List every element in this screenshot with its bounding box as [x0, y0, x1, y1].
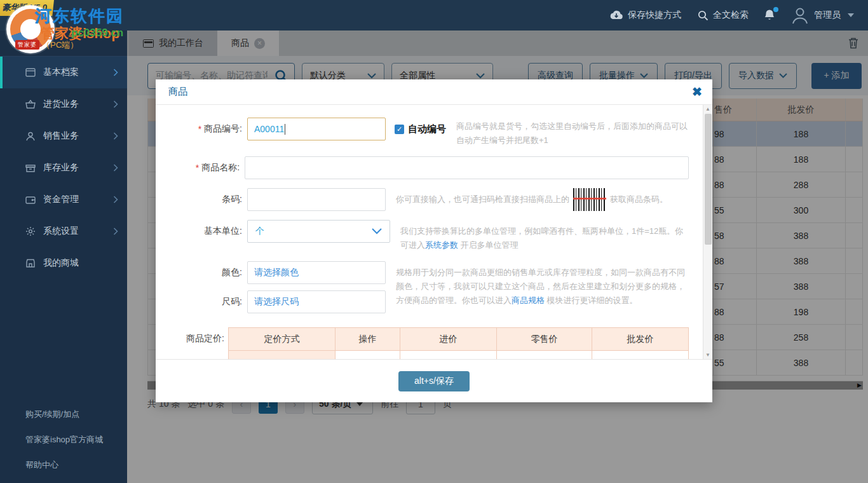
watermark-site-domain: pc0359.cn	[71, 27, 123, 39]
sidebar: 基本档案 进货业务 销售业务 库存业务 资金管理	[0, 31, 127, 483]
chevron-right-icon	[113, 228, 118, 235]
watermark-site-name: 河东软件园	[35, 5, 124, 27]
sidebar-item-settings[interactable]: 系统设置	[0, 215, 127, 247]
sidebar-item-label: 销售业务	[43, 130, 79, 142]
modal-title: 商品	[168, 86, 187, 98]
modal-footer: alt+s/保存	[156, 359, 712, 402]
person-icon	[25, 132, 36, 141]
size-row: 尺码: 请选择尺码	[170, 290, 386, 313]
unit-hint-after: 开启多单位管理	[458, 240, 519, 250]
barcode-image	[573, 188, 606, 211]
base-unit-label: 基本单位:	[204, 226, 242, 237]
pricing-header-row: 定价方式 操作 进价 零售价 批发价	[229, 328, 689, 351]
help-center-link[interactable]: 帮助中心	[0, 452, 127, 478]
global-search-label: 全文检索	[713, 10, 749, 21]
system-params-link[interactable]: 系统参数	[425, 240, 458, 250]
official-mall-link[interactable]: 管家婆ishop官方商城	[0, 427, 127, 452]
sidebar-item-label: 基本档案	[43, 67, 79, 78]
barcode-hint: 你可直接输入，也可通扫码枪直接扫描商品上的 获取商品条码。	[396, 188, 689, 211]
checkbox-checked-icon: ✓	[395, 125, 404, 134]
sidebar-item-label: 库存业务	[43, 162, 79, 173]
user-avatar-icon	[790, 6, 810, 25]
barcode-hint-after: 获取商品条码。	[610, 193, 668, 207]
sidebar-menu: 基本档案 进货业务 销售业务 库存业务 资金管理	[0, 56, 127, 279]
sidebar-item-basic-archives[interactable]: 基本档案	[0, 57, 127, 88]
app-platform: （PC端）	[42, 39, 78, 51]
sidebar-item-purchase[interactable]: 进货业务	[0, 88, 127, 120]
search-icon	[698, 10, 709, 21]
modal-scrollbar[interactable]: ▲ ▼	[703, 105, 712, 359]
storefront-icon	[25, 259, 36, 268]
save-shortcut-button[interactable]: 保存快捷方式	[604, 10, 686, 21]
product-name-row: *商品名称:	[170, 156, 689, 179]
pricing-row: 商品定价: 定价方式 操作 进价 零售价 批发价 统一定价 0 0	[170, 327, 689, 359]
required-asterisk: *	[196, 163, 199, 173]
product-code-value: A00011	[254, 124, 284, 134]
archive-card-icon	[25, 68, 36, 77]
header-actions: 保存快捷方式 全文检索 管理员	[604, 0, 859, 31]
auto-number-checkbox[interactable]: ✓ 自动编号	[395, 123, 446, 135]
product-code-input[interactable]: A00011	[247, 118, 386, 140]
spec-hint: 规格用于划分同一款商品更细的销售单元或库存管理粒度，如同一款商品有不同颜色，尺寸…	[396, 266, 689, 308]
wholesale-price-cell[interactable]: 0	[592, 351, 689, 360]
base-unit-hint: 我们支持带换算比的多单位管理，例如啤酒有件、瓶两种单位，1件=12瓶。你可进入系…	[400, 224, 689, 252]
color-picker[interactable]: 请选择颜色	[247, 261, 386, 284]
color-label: 颜色:	[222, 267, 242, 278]
modal-body: *商品编号: A00011 ✓ 自动编号 商品编号就是货号，勾选这里自动编号后，…	[156, 105, 712, 359]
spec-fields: 颜色: 请选择颜色 尺码: 请选择尺码	[170, 261, 386, 320]
product-name-input[interactable]	[245, 156, 689, 179]
purchase-price-cell[interactable]: 0	[400, 351, 497, 360]
retail-price-cell[interactable]: 0	[497, 351, 592, 360]
pricing-col-wholesale: 批发价	[592, 328, 689, 351]
color-placeholder: 请选择颜色	[254, 267, 299, 278]
product-code-label: 商品编号:	[204, 123, 242, 135]
sidebar-item-inventory[interactable]: 库存业务	[0, 152, 127, 184]
chevron-right-icon	[113, 132, 118, 140]
cloud-download-icon	[609, 10, 623, 20]
username-label: 管理员	[814, 10, 841, 21]
close-icon[interactable]: ✖	[692, 85, 702, 99]
product-code-row: *商品编号: A00011 ✓ 自动编号 商品编号就是货号，勾选这里自动编号后，…	[170, 118, 689, 147]
modal-header: 商品 ✖	[156, 79, 712, 105]
sidebar-item-funds[interactable]: 资金管理	[0, 184, 127, 215]
pricing-action-cell	[336, 351, 400, 360]
size-label: 尺码:	[222, 296, 242, 308]
chevron-right-icon	[113, 69, 118, 76]
app-window: 我的工作台 商品 × 默认分类 全部属性	[0, 0, 868, 483]
buy-renew-link[interactable]: 购买/续期/加点	[0, 402, 127, 427]
global-search-button[interactable]: 全文检索	[693, 10, 754, 21]
product-modal: 商品 ✖ *商品编号: A00011 ✓ 自动编号 商品编号就是货号，勾选这里自…	[156, 79, 712, 402]
box-icon	[25, 163, 36, 172]
notification-dot	[773, 7, 778, 12]
barcode-input[interactable]	[247, 188, 386, 211]
pricing-table: 定价方式 操作 进价 零售价 批发价 统一定价 0 0 0	[228, 327, 689, 359]
pricing-col-method: 定价方式	[229, 328, 336, 351]
sidebar-item-sales[interactable]: 销售业务	[0, 120, 127, 152]
chevron-down-icon	[372, 228, 382, 235]
sidebar-footer: 购买/续期/加点 管家婆ishop官方商城 帮助中心	[0, 402, 127, 478]
pricing-method-cell: 统一定价	[229, 351, 336, 360]
sidebar-item-label: 资金管理	[43, 194, 79, 205]
wallet-icon	[25, 196, 36, 204]
user-menu[interactable]: 管理员	[785, 6, 859, 25]
notifications-button[interactable]	[760, 9, 779, 22]
basket-icon	[25, 100, 36, 109]
spec-hint-after: 模块进行更详细的设置。	[545, 296, 638, 305]
pricing-col-retail: 零售价	[497, 328, 592, 351]
scroll-up-arrow-icon[interactable]: ▲	[705, 106, 710, 112]
chevron-right-icon	[113, 100, 118, 108]
scrollbar-thumb[interactable]	[705, 114, 712, 245]
save-button[interactable]: alt+s/保存	[398, 371, 470, 391]
pricing-col-action: 操作	[336, 328, 400, 351]
caret-down-icon	[848, 13, 854, 17]
product-spec-link[interactable]: 商品规格	[512, 296, 545, 305]
scroll-down-arrow-icon[interactable]: ▼	[705, 352, 710, 358]
base-unit-select[interactable]: 个	[247, 220, 390, 243]
top-header: 保存快捷方式 全文检索 管理员	[0, 0, 868, 31]
product-name-label: 商品名称:	[201, 162, 240, 173]
sidebar-item-my-mall[interactable]: 我的商城	[0, 247, 127, 279]
barcode-label: 条码:	[222, 194, 242, 205]
gear-icon	[25, 226, 36, 236]
sidebar-item-label: 进货业务	[43, 99, 79, 110]
size-picker[interactable]: 请选择尺码	[247, 290, 386, 313]
